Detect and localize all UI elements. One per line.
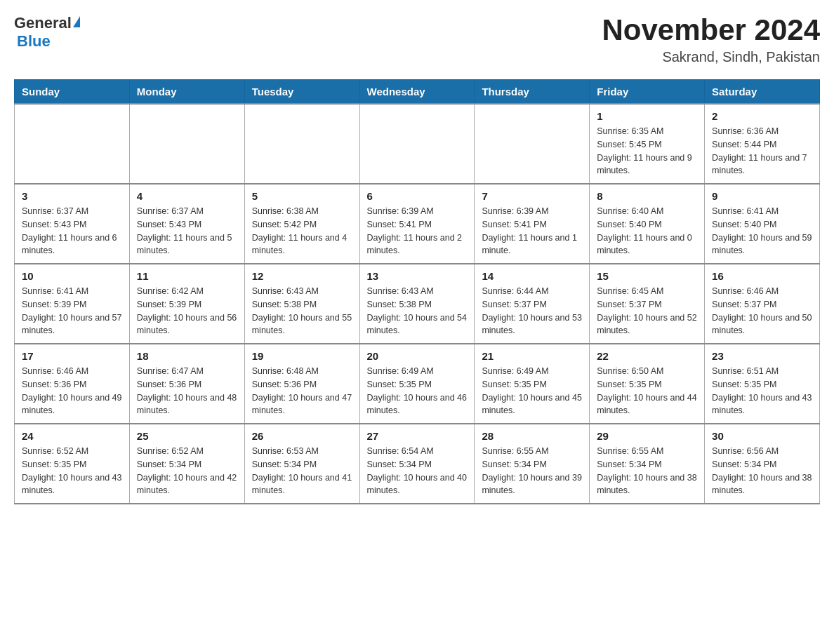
calendar-cell: 26Sunrise: 6:53 AMSunset: 5:34 PMDayligh… (244, 424, 359, 504)
day-info: Sunrise: 6:48 AMSunset: 5:36 PMDaylight:… (252, 365, 352, 417)
calendar-cell: 27Sunrise: 6:54 AMSunset: 5:34 PMDayligh… (359, 424, 475, 504)
weekday-header-saturday: Saturday (705, 80, 820, 105)
day-info: Sunrise: 6:55 AMSunset: 5:34 PMDaylight:… (482, 445, 582, 497)
calendar-cell: 7Sunrise: 6:39 AMSunset: 5:41 PMDaylight… (475, 184, 590, 264)
calendar-cell: 29Sunrise: 6:55 AMSunset: 5:34 PMDayligh… (590, 424, 705, 504)
day-number: 13 (367, 270, 468, 282)
calendar-cell: 23Sunrise: 6:51 AMSunset: 5:35 PMDayligh… (705, 344, 820, 424)
weekday-header-tuesday: Tuesday (244, 80, 359, 105)
day-info: Sunrise: 6:45 AMSunset: 5:37 PMDaylight:… (597, 285, 697, 337)
calendar-cell: 10Sunrise: 6:41 AMSunset: 5:39 PMDayligh… (15, 264, 130, 344)
calendar-cell (129, 104, 244, 184)
day-info: Sunrise: 6:43 AMSunset: 5:38 PMDaylight:… (367, 285, 468, 337)
day-number: 20 (367, 350, 468, 362)
day-number: 30 (712, 430, 812, 442)
day-number: 25 (137, 430, 237, 442)
day-number: 2 (712, 110, 812, 122)
weekday-header-thursday: Thursday (475, 80, 590, 105)
calendar-cell: 25Sunrise: 6:52 AMSunset: 5:34 PMDayligh… (129, 424, 244, 504)
day-info: Sunrise: 6:35 AMSunset: 5:45 PMDaylight:… (597, 125, 697, 177)
day-number: 10 (22, 270, 122, 282)
calendar-cell: 3Sunrise: 6:37 AMSunset: 5:43 PMDaylight… (15, 184, 130, 264)
day-number: 21 (482, 350, 582, 362)
day-number: 5 (252, 190, 352, 202)
calendar-cell: 5Sunrise: 6:38 AMSunset: 5:42 PMDaylight… (244, 184, 359, 264)
day-info: Sunrise: 6:36 AMSunset: 5:44 PMDaylight:… (712, 125, 812, 177)
day-info: Sunrise: 6:46 AMSunset: 5:37 PMDaylight:… (712, 285, 812, 337)
weekday-header-wednesday: Wednesday (359, 80, 475, 105)
logo-blue-text: Blue (17, 32, 51, 50)
location-subtitle: Sakrand, Sindh, Pakistan (602, 49, 820, 65)
calendar-cell (475, 104, 590, 184)
day-info: Sunrise: 6:54 AMSunset: 5:34 PMDaylight:… (367, 445, 468, 497)
day-info: Sunrise: 6:43 AMSunset: 5:38 PMDaylight:… (252, 285, 352, 337)
day-number: 12 (252, 270, 352, 282)
page-header: General Blue November 2024 Sakrand, Sind… (14, 14, 820, 65)
day-number: 24 (22, 430, 122, 442)
day-info: Sunrise: 6:52 AMSunset: 5:35 PMDaylight:… (22, 445, 122, 497)
day-info: Sunrise: 6:56 AMSunset: 5:34 PMDaylight:… (712, 445, 812, 497)
calendar-cell: 12Sunrise: 6:43 AMSunset: 5:38 PMDayligh… (244, 264, 359, 344)
day-info: Sunrise: 6:50 AMSunset: 5:35 PMDaylight:… (597, 365, 697, 417)
calendar-week-row: 3Sunrise: 6:37 AMSunset: 5:43 PMDaylight… (15, 184, 820, 264)
weekday-header-monday: Monday (129, 80, 244, 105)
calendar-week-row: 1Sunrise: 6:35 AMSunset: 5:45 PMDaylight… (15, 104, 820, 184)
day-info: Sunrise: 6:37 AMSunset: 5:43 PMDaylight:… (22, 205, 122, 257)
calendar-cell: 11Sunrise: 6:42 AMSunset: 5:39 PMDayligh… (129, 264, 244, 344)
calendar-cell: 14Sunrise: 6:44 AMSunset: 5:37 PMDayligh… (475, 264, 590, 344)
day-number: 22 (597, 350, 697, 362)
day-number: 17 (22, 350, 122, 362)
calendar-cell: 13Sunrise: 6:43 AMSunset: 5:38 PMDayligh… (359, 264, 475, 344)
calendar-cell: 21Sunrise: 6:49 AMSunset: 5:35 PMDayligh… (475, 344, 590, 424)
calendar-cell: 15Sunrise: 6:45 AMSunset: 5:37 PMDayligh… (590, 264, 705, 344)
calendar-cell (244, 104, 359, 184)
day-number: 11 (137, 270, 237, 282)
day-info: Sunrise: 6:49 AMSunset: 5:35 PMDaylight:… (482, 365, 582, 417)
calendar-cell: 4Sunrise: 6:37 AMSunset: 5:43 PMDaylight… (129, 184, 244, 264)
day-number: 27 (367, 430, 468, 442)
calendar-cell: 2Sunrise: 6:36 AMSunset: 5:44 PMDaylight… (705, 104, 820, 184)
logo: General Blue (14, 14, 80, 51)
day-info: Sunrise: 6:55 AMSunset: 5:34 PMDaylight:… (597, 445, 697, 497)
day-info: Sunrise: 6:49 AMSunset: 5:35 PMDaylight:… (367, 365, 468, 417)
day-number: 29 (597, 430, 697, 442)
weekday-header-friday: Friday (590, 80, 705, 105)
weekday-header-sunday: Sunday (15, 80, 130, 105)
calendar-cell (15, 104, 130, 184)
day-number: 3 (22, 190, 122, 202)
calendar-cell: 6Sunrise: 6:39 AMSunset: 5:41 PMDaylight… (359, 184, 475, 264)
day-info: Sunrise: 6:46 AMSunset: 5:36 PMDaylight:… (22, 365, 122, 417)
day-info: Sunrise: 6:53 AMSunset: 5:34 PMDaylight:… (252, 445, 352, 497)
day-number: 7 (482, 190, 582, 202)
calendar-cell: 24Sunrise: 6:52 AMSunset: 5:35 PMDayligh… (15, 424, 130, 504)
day-number: 16 (712, 270, 812, 282)
weekday-header-row: SundayMondayTuesdayWednesdayThursdayFrid… (15, 80, 820, 105)
day-info: Sunrise: 6:41 AMSunset: 5:39 PMDaylight:… (22, 285, 122, 337)
day-number: 23 (712, 350, 812, 362)
calendar-cell: 22Sunrise: 6:50 AMSunset: 5:35 PMDayligh… (590, 344, 705, 424)
calendar-cell: 20Sunrise: 6:49 AMSunset: 5:35 PMDayligh… (359, 344, 475, 424)
day-info: Sunrise: 6:39 AMSunset: 5:41 PMDaylight:… (367, 205, 468, 257)
logo-general-text: General (14, 14, 72, 32)
day-number: 1 (597, 110, 697, 122)
day-number: 26 (252, 430, 352, 442)
title-block: November 2024 Sakrand, Sindh, Pakistan (602, 14, 820, 65)
calendar-week-row: 10Sunrise: 6:41 AMSunset: 5:39 PMDayligh… (15, 264, 820, 344)
calendar-week-row: 24Sunrise: 6:52 AMSunset: 5:35 PMDayligh… (15, 424, 820, 504)
calendar-cell: 8Sunrise: 6:40 AMSunset: 5:40 PMDaylight… (590, 184, 705, 264)
day-number: 8 (597, 190, 697, 202)
day-info: Sunrise: 6:38 AMSunset: 5:42 PMDaylight:… (252, 205, 352, 257)
calendar-cell: 16Sunrise: 6:46 AMSunset: 5:37 PMDayligh… (705, 264, 820, 344)
calendar-cell (359, 104, 475, 184)
calendar-week-row: 17Sunrise: 6:46 AMSunset: 5:36 PMDayligh… (15, 344, 820, 424)
day-info: Sunrise: 6:41 AMSunset: 5:40 PMDaylight:… (712, 205, 812, 257)
day-info: Sunrise: 6:52 AMSunset: 5:34 PMDaylight:… (137, 445, 237, 497)
calendar-cell: 18Sunrise: 6:47 AMSunset: 5:36 PMDayligh… (129, 344, 244, 424)
day-number: 9 (712, 190, 812, 202)
calendar-cell: 1Sunrise: 6:35 AMSunset: 5:45 PMDaylight… (590, 104, 705, 184)
day-number: 6 (367, 190, 468, 202)
day-info: Sunrise: 6:47 AMSunset: 5:36 PMDaylight:… (137, 365, 237, 417)
day-number: 19 (252, 350, 352, 362)
day-info: Sunrise: 6:37 AMSunset: 5:43 PMDaylight:… (137, 205, 237, 257)
day-info: Sunrise: 6:40 AMSunset: 5:40 PMDaylight:… (597, 205, 697, 257)
